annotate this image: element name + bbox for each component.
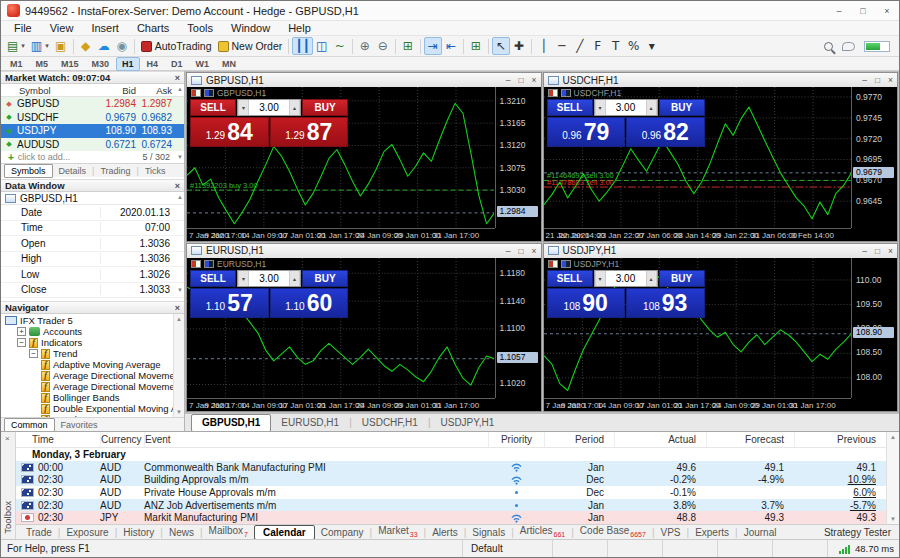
chart-window-titlebar[interactable]: EURUSD,H1–□×	[187, 244, 541, 258]
scroll-down-icon[interactable]: ▼	[176, 409, 182, 415]
bar-chart-button[interactable]: ┃┃	[292, 37, 312, 55]
tab-symbols[interactable]: Symbols	[4, 164, 53, 178]
chart-tab-USDCHF[interactable]: USDCHF,H1	[352, 415, 428, 431]
chart-body[interactable]: GBPUSD,H1SELL▾3.00▴BUY1.29841.2987#11392…	[187, 87, 541, 241]
data-window-close-icon[interactable]: ×	[175, 181, 180, 191]
time-axis[interactable]: 7 Jan 20209 Jan 17:0014 Jan 09:0017 Jan …	[187, 398, 495, 411]
price-scale[interactable]: 1.11801.11401.11001.10201.1057	[495, 258, 541, 399]
navigator-item-trend[interactable]: −fTrend	[1, 348, 184, 359]
volume-increase-icon[interactable]: ▴	[289, 271, 300, 286]
menu-window[interactable]: Window	[222, 21, 279, 36]
search-icon[interactable]	[824, 42, 833, 51]
community-button[interactable]: ☁	[95, 37, 113, 55]
time-axis[interactable]: 21 Jan 202022 Jan 14:0023 Jan 22:0027 Ja…	[544, 228, 852, 241]
tab-details[interactable]: Details	[53, 165, 93, 177]
volume-decrease-icon[interactable]: ▾	[595, 100, 606, 115]
column-priority[interactable]: Priority	[488, 432, 544, 447]
fibonacci-button[interactable]: F	[589, 37, 607, 55]
sell-price[interactable]: 0.9679	[547, 117, 626, 147]
time-axis[interactable]: 7 Jan 20209 Jan 17:0014 Jan 09:0017 Jan …	[544, 398, 852, 411]
collapse-icon[interactable]: −	[29, 349, 38, 358]
sell-button[interactable]: SELL	[190, 99, 236, 116]
tab-common[interactable]: Common	[4, 418, 55, 432]
chart-window-titlebar[interactable]: GBPUSD,H1–□×	[187, 73, 541, 87]
volume-stepper[interactable]: ▾3.00▴	[237, 270, 301, 287]
chart-tab-GBPUSD[interactable]: GBPUSD,H1	[191, 414, 271, 432]
calendar-event-row[interactable]: 02:30AUDPrivate House Approvals m/mDec-0…	[16, 486, 886, 499]
status-profile[interactable]: Default	[462, 540, 552, 557]
chart-minimize-icon[interactable]: –	[862, 75, 867, 85]
chart-maximize-icon[interactable]: □	[518, 246, 523, 256]
buy-price[interactable]: 0.9682	[626, 117, 705, 147]
deposit-button[interactable]: ◆	[77, 37, 95, 55]
timeframe-M15[interactable]: M15	[55, 57, 85, 71]
price-scale[interactable]: 110.00109.50109.00108.50108.00108.90	[851, 258, 897, 399]
strategy-tester-label[interactable]: Strategy Tester	[824, 527, 899, 538]
tab-favorites[interactable]: Favorites	[55, 419, 104, 431]
data-folder-button[interactable]: ▣	[52, 37, 70, 55]
sell-button[interactable]: SELL	[547, 99, 593, 116]
objects-more-button[interactable]: ▾	[643, 37, 661, 55]
menu-view[interactable]: View	[41, 21, 83, 36]
toolbox-tab-company[interactable]: Company	[315, 526, 370, 539]
market-watch-row-USDCHF[interactable]: ◆USDCHF0.96790.9682	[1, 111, 184, 125]
buy-price[interactable]: 1.2987	[270, 117, 349, 147]
navigator-item-envelopes[interactable]: fEnvelopes	[1, 414, 184, 417]
chart-close-icon[interactable]: ×	[888, 246, 893, 256]
window-close-icon[interactable]: ×	[881, 6, 893, 16]
column-actual[interactable]: Actual	[614, 432, 706, 447]
profiles-button[interactable]: ▥▾	[28, 37, 52, 55]
expand-icon[interactable]: +	[17, 327, 26, 336]
navigator-item-average-directional-movement[interactable]: fAverage Directional Movement	[1, 381, 184, 392]
toolbox-tab-vps[interactable]: VPS	[655, 526, 687, 539]
volume-stepper[interactable]: ▾3.00▴	[237, 99, 301, 116]
toolbox-close-icon[interactable]: ×	[5, 434, 10, 443]
navigator-item-indicators[interactable]: −fIndicators	[1, 337, 184, 348]
column-period[interactable]: Period	[544, 432, 614, 447]
column-previous[interactable]: Previous	[794, 432, 886, 447]
new-chart-button[interactable]: ▤▾	[4, 37, 28, 55]
timeframe-MN[interactable]: MN	[216, 57, 242, 71]
vertical-line-button[interactable]: │	[535, 37, 553, 55]
tab-ticks[interactable]: Ticks	[139, 165, 172, 177]
calendar-event-row[interactable]: 02:30AUDANZ Job Advertisements m/mJan3.8…	[16, 499, 886, 512]
timeframe-H4[interactable]: H4	[141, 57, 165, 71]
line-chart-button[interactable]: ~	[331, 37, 349, 55]
tab-trading[interactable]: Trading	[94, 165, 136, 177]
market-watch-row-USDJPY[interactable]: ◆USDJPY108.90108.93	[1, 124, 184, 138]
toolbox-tab-journal[interactable]: Journal	[738, 526, 783, 539]
sell-button[interactable]: SELL	[190, 270, 236, 287]
menu-help[interactable]: Help	[279, 21, 320, 36]
sell-price[interactable]: 1.1057	[190, 288, 269, 318]
timeframe-H1[interactable]: H1	[116, 57, 140, 71]
volume-decrease-icon[interactable]: ▾	[595, 271, 606, 286]
scroll-down-icon[interactable]: ▼	[177, 154, 183, 160]
menu-insert[interactable]: Insert	[82, 21, 128, 36]
auto-scroll-button[interactable]: ⇥	[424, 37, 442, 55]
volume-increase-icon[interactable]: ▴	[646, 100, 657, 115]
window-maximize-icon[interactable]: □	[857, 6, 869, 16]
timeframe-M1[interactable]: M1	[4, 57, 29, 71]
sell-button[interactable]: SELL	[547, 270, 593, 287]
toolbox-tab-signals[interactable]: Signals	[466, 526, 511, 539]
candle-chart-button[interactable]: ◫	[313, 37, 331, 55]
trendline-button[interactable]: ╱	[571, 37, 589, 55]
column-symbol[interactable]: Symbol	[1, 85, 84, 96]
sell-price[interactable]: 1.2984	[190, 117, 269, 147]
scroll-down-icon[interactable]: ▼	[890, 516, 896, 522]
navigator-item-ifx-trader-5[interactable]: IFX Trader 5	[1, 315, 184, 326]
market-watch-add-row[interactable]: + click to add... 5 / 302 ▼	[1, 151, 184, 163]
market-watch-close-icon[interactable]: ×	[175, 73, 180, 83]
toolbox-tab-exposure[interactable]: Exposure	[60, 526, 114, 539]
chart-tab-USDJPY[interactable]: USDJPY,H1	[431, 415, 505, 431]
scroll-down-icon[interactable]: ▼	[177, 287, 183, 293]
buy-button[interactable]: BUY	[659, 99, 705, 116]
navigator-item-accounts[interactable]: +Accounts	[1, 326, 184, 337]
chart-maximize-icon[interactable]: □	[875, 246, 880, 256]
timeframe-M30[interactable]: M30	[86, 57, 116, 71]
chart-minimize-icon[interactable]: –	[506, 75, 511, 85]
chart-maximize-icon[interactable]: □	[875, 75, 880, 85]
chart-close-icon[interactable]: ×	[532, 246, 537, 256]
navigator-item-bollinger-bands[interactable]: fBollinger Bands	[1, 392, 184, 403]
chart-close-icon[interactable]: ×	[532, 75, 537, 85]
